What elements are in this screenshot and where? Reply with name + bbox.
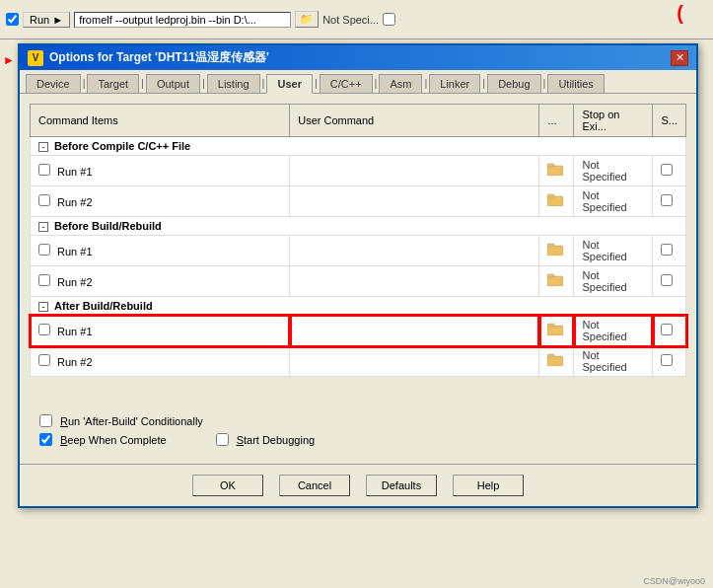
run1-ab-notspec: Not Specified xyxy=(582,319,626,342)
col-s: S... xyxy=(653,105,686,137)
run2-bb-checkbox[interactable] xyxy=(38,274,50,286)
after-build-label: After Build/Rebuild xyxy=(54,300,153,312)
beep-start-row: Beep When Complete Start Debugging xyxy=(39,433,677,446)
run1-bb-label: Run #1 xyxy=(57,246,92,257)
svg-rect-2 xyxy=(547,196,563,206)
options-dialog: V Options for Target 'DHT11温湿度传感器' ✕ Dev… xyxy=(18,43,698,508)
red-accent-top: ( xyxy=(677,2,683,25)
col-dots: ... xyxy=(539,105,574,137)
run2-ab-s-checkbox[interactable] xyxy=(661,354,673,366)
tabs-bar: Device | Target | Output | Listing | Use… xyxy=(20,70,696,94)
run1-bb-checkbox[interactable] xyxy=(38,244,50,256)
tab-cpp[interactable]: C/C++ xyxy=(320,74,373,93)
svg-rect-3 xyxy=(547,194,554,197)
folder-icon xyxy=(547,193,563,206)
tab-linker[interactable]: Linker xyxy=(429,74,480,93)
col-user-command: User Command xyxy=(290,105,539,137)
expand-after-build[interactable]: - xyxy=(38,302,48,312)
dialog-title-icon: V xyxy=(28,50,43,66)
run1-bc-label: Run #1 xyxy=(57,166,92,178)
run2-ab-folder-button[interactable] xyxy=(547,353,563,369)
expand-before-compile[interactable]: - xyxy=(38,142,48,152)
run-after-build-checkbox[interactable] xyxy=(39,414,52,427)
svg-rect-0 xyxy=(547,166,563,176)
beep-label: Beep When Complete xyxy=(60,434,167,446)
expand-before-build[interactable]: - xyxy=(38,222,48,232)
svg-rect-5 xyxy=(547,244,554,247)
run1-ab-command[interactable] xyxy=(290,316,539,346)
tab-user[interactable]: User xyxy=(266,74,312,94)
dialog-buttons: OK Cancel Defaults Help xyxy=(20,464,696,506)
svg-rect-7 xyxy=(547,274,554,277)
toolbar-command-input[interactable] xyxy=(74,12,291,28)
run2-ab-notspec: Not Specified xyxy=(582,349,626,373)
tab-device[interactable]: Device xyxy=(26,74,81,93)
folder-icon xyxy=(547,323,563,335)
toolbar-run-button[interactable]: Run ► xyxy=(23,12,70,28)
run1-bc-folder-button[interactable] xyxy=(547,163,563,179)
col-command-items: Command Items xyxy=(31,105,290,137)
svg-rect-6 xyxy=(547,276,563,286)
run2-ab-label: Run #2 xyxy=(57,356,92,368)
before-compile-label: Before Compile C/C++ File xyxy=(54,140,190,152)
cancel-button[interactable]: Cancel xyxy=(279,475,350,496)
defaults-button[interactable]: Defaults xyxy=(366,475,437,496)
run1-bb-folder-button[interactable] xyxy=(547,243,563,258)
tab-target[interactable]: Target xyxy=(87,74,139,93)
run2-ab-command[interactable] xyxy=(290,346,539,377)
run2-bc-command[interactable] xyxy=(290,186,539,217)
run1-bc-s-checkbox[interactable] xyxy=(661,164,673,176)
tab-listing[interactable]: Listing xyxy=(207,74,260,93)
table-row: Run #1 Not Specified xyxy=(31,236,686,266)
run1-bc-command[interactable] xyxy=(290,156,539,186)
run2-bb-command[interactable] xyxy=(290,266,539,297)
table-row: Run #2 Not Specified xyxy=(31,266,686,297)
run1-bb-s-checkbox[interactable] xyxy=(661,244,673,256)
start-debug-checkbox[interactable] xyxy=(216,433,229,446)
run2-bc-s-checkbox[interactable] xyxy=(661,194,673,206)
run1-bb-command[interactable] xyxy=(290,236,539,266)
folder-icon xyxy=(547,163,563,176)
left-sidebar: ► xyxy=(0,43,18,576)
tab-output[interactable]: Output xyxy=(146,74,200,93)
ok-button[interactable]: OK xyxy=(192,475,263,496)
table-row: Run #1 Not Specified xyxy=(31,316,686,346)
run1-ab-s-checkbox[interactable] xyxy=(661,324,673,335)
run2-bc-label: Run #2 xyxy=(57,196,92,208)
command-table: Command Items User Command ... Stop on E… xyxy=(30,104,686,377)
toolbar-checkbox2[interactable] xyxy=(383,13,395,26)
run2-bc-checkbox[interactable] xyxy=(38,194,50,206)
watermark: CSDN@wiyoo0 xyxy=(643,576,705,586)
svg-rect-11 xyxy=(547,354,554,357)
help-button[interactable]: Help xyxy=(453,475,524,496)
tab-asm[interactable]: Asm xyxy=(379,74,422,93)
run1-bc-dots xyxy=(539,156,574,186)
run1-ab-checkbox[interactable] xyxy=(38,324,50,335)
run2-bb-s-checkbox[interactable] xyxy=(661,274,673,286)
run2-bb-notspec: Not Specified xyxy=(582,269,626,293)
svg-rect-1 xyxy=(547,164,554,167)
toolbar-not-spec-label: Not Speci... xyxy=(322,14,379,26)
group-before-build: - Before Build/Rebuild xyxy=(31,217,686,236)
tab-utilities[interactable]: Utilities xyxy=(547,74,604,93)
run1-ab-folder-button[interactable] xyxy=(547,323,563,338)
group-before-compile: - Before Compile C/C++ File xyxy=(31,137,686,156)
svg-rect-10 xyxy=(547,356,563,366)
svg-rect-9 xyxy=(547,324,554,327)
run2-ab-checkbox[interactable] xyxy=(38,354,50,366)
dialog-close-button[interactable]: ✕ xyxy=(671,50,688,66)
run2-bc-folder-button[interactable] xyxy=(547,193,563,209)
toolbar-checkbox[interactable] xyxy=(6,13,19,26)
folder-icon xyxy=(547,353,563,366)
run-after-build-label: Run 'After-Build' Conditionally xyxy=(60,415,203,427)
svg-rect-8 xyxy=(547,326,563,335)
table-row: Run #1 Not Specified xyxy=(31,156,686,186)
tab-debug[interactable]: Debug xyxy=(487,74,540,93)
dialog-titlebar: V Options for Target 'DHT11温湿度传感器' ✕ xyxy=(20,45,696,70)
run1-bc-checkbox[interactable] xyxy=(38,164,50,176)
before-build-label: Before Build/Rebuild xyxy=(54,220,162,232)
run2-bb-folder-button[interactable] xyxy=(547,273,563,289)
toolbar-folder-button[interactable]: 📁 xyxy=(295,11,319,28)
beep-checkbox[interactable] xyxy=(39,433,52,446)
folder-icon xyxy=(547,243,563,256)
